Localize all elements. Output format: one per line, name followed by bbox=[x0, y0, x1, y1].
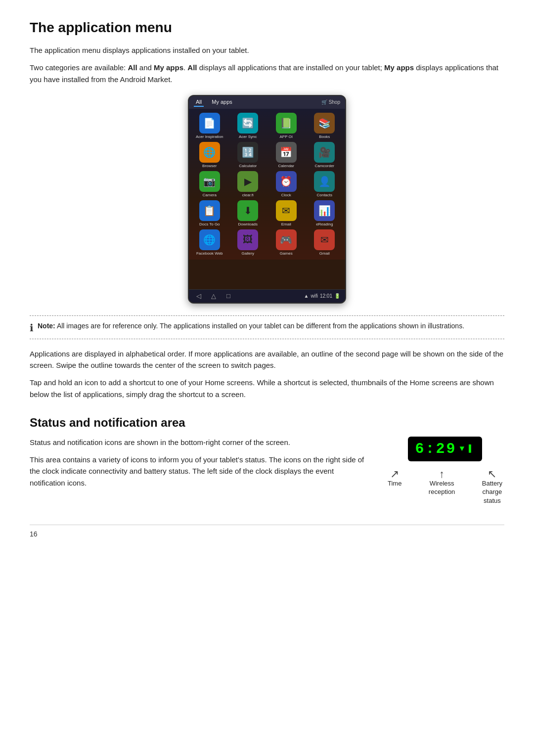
app-icon-appoi: 📗 APP OI bbox=[268, 113, 304, 139]
nav-icons: ◁ △ □ bbox=[194, 292, 233, 300]
app-label-games: Games bbox=[280, 251, 293, 256]
app-label-ereading: eReading bbox=[316, 222, 333, 226]
app-img-games: 🎮 bbox=[276, 229, 297, 250]
battery-icon: 🔋 bbox=[334, 293, 340, 299]
app-label-inspiration: Acer Inspiration bbox=[196, 134, 223, 139]
app-icon-contacts: 👤 Contacts bbox=[307, 171, 343, 197]
app-icon-gallery: 🖼 Gallery bbox=[230, 229, 266, 256]
nav-home-icon: △ bbox=[209, 292, 219, 300]
note-text: Note: All images are for reference only.… bbox=[38, 321, 464, 331]
app-label-browser: Browser bbox=[202, 164, 217, 168]
app-icon-clearfi: ▶ clear.fi bbox=[230, 171, 266, 197]
app-label-books: Books bbox=[319, 134, 330, 139]
note-body: All images are for reference only. The a… bbox=[55, 322, 464, 330]
note-label: Note: bbox=[38, 322, 55, 330]
app-icon-downloads: ⬇ Downloads bbox=[230, 200, 266, 226]
page-number: 16 bbox=[30, 530, 38, 538]
annot-time-arrow: ↗ bbox=[390, 469, 399, 479]
app-img-browser: 🌐 bbox=[199, 142, 220, 163]
wifi-icon: wifi bbox=[311, 293, 318, 299]
shop-label: Shop bbox=[329, 99, 340, 105]
annot-battery-arrow: ↖ bbox=[488, 469, 496, 479]
app-icon-browser: 🌐 Browser bbox=[192, 142, 227, 168]
status-diagram: 6:29 ▼ ▌ ↗ Time ↑ Wireless reception ↖ B… bbox=[386, 437, 504, 505]
signal-icon: ▲ bbox=[304, 293, 309, 299]
app-img-sync: 🔄 bbox=[237, 113, 258, 133]
app-img-clearfi: ▶ bbox=[237, 171, 258, 192]
app-label-clock: Clock bbox=[281, 193, 291, 197]
app-label-calendar: Calendar bbox=[278, 164, 294, 168]
tab-all: All bbox=[194, 98, 204, 107]
app-img-books: 📚 bbox=[314, 113, 335, 133]
tablet-bottom-bar: ◁ △ □ ▲ wifi 12:01 🔋 bbox=[189, 289, 345, 303]
annot-battery: ↖ Battery charge status bbox=[482, 469, 502, 505]
intro-paragraph-2: Two categories are available: All and My… bbox=[30, 62, 504, 85]
app-icon-ereading: 📊 eReading bbox=[307, 200, 343, 226]
tablet-tabs: All My apps bbox=[194, 98, 234, 107]
app-label-facebook: Facebook Web bbox=[196, 251, 223, 256]
app-label-contacts: Contacts bbox=[316, 193, 332, 197]
status-text-column: Status and notification icons are shown … bbox=[30, 437, 368, 494]
app-label-gmail: Gmail bbox=[319, 251, 330, 256]
status-time: 6:29 bbox=[415, 441, 456, 457]
status-bar-display: 6:29 ▼ ▌ bbox=[408, 437, 482, 461]
nav-back-icon: ◁ bbox=[194, 292, 204, 300]
status-image-column: 6:29 ▼ ▌ ↗ Time ↑ Wireless reception ↖ B… bbox=[386, 437, 504, 505]
tablet-screenshot: All My apps 🛒 Shop 📄 Acer Inspiration 🔄 … bbox=[188, 95, 346, 304]
annot-wireless-label: Wireless reception bbox=[429, 479, 455, 496]
app-icon-docstogo: 📋 Docs To Go bbox=[192, 200, 227, 226]
tab-myapps: My apps bbox=[210, 98, 234, 107]
app-label-docstogo: Docs To Go bbox=[199, 222, 220, 226]
time-display: 12:01 bbox=[320, 293, 332, 299]
tablet-status-icons: ▲ wifi 12:01 🔋 bbox=[304, 293, 340, 299]
app-icon-facebook: 🌐 Facebook Web bbox=[192, 229, 227, 256]
app-icon-calendar: 📅 Calendar bbox=[268, 142, 304, 168]
app-label-downloads: Downloads bbox=[238, 222, 258, 226]
app-icon-books: 📚 Books bbox=[307, 113, 343, 139]
app-label-camera: Camera bbox=[203, 193, 217, 197]
status-wifi-icon: ▼ bbox=[459, 445, 466, 453]
app-icon-clock: ⏰ Clock bbox=[268, 171, 304, 197]
app-img-gallery: 🖼 bbox=[237, 229, 258, 250]
app-img-calendar: 📅 bbox=[276, 142, 297, 163]
app-label-email: Email bbox=[281, 222, 291, 226]
para-alphabetical: Applications are displayed in alphabetic… bbox=[30, 348, 504, 371]
app-label-gallery: Gallery bbox=[242, 251, 254, 256]
shop-icon: 🛒 bbox=[321, 99, 327, 105]
app-img-gmail: ✉ bbox=[314, 229, 335, 250]
status-para2: This area contains a variety of icons to… bbox=[30, 454, 368, 489]
tablet-apps-grid: 📄 Acer Inspiration 🔄 Acer Sync 📗 APP OI … bbox=[189, 109, 345, 260]
app-img-email: ✉ bbox=[276, 200, 297, 221]
app-icon-camera: 📷 Camera bbox=[192, 171, 227, 197]
app-img-appoi: 📗 bbox=[276, 113, 297, 133]
note-circle-icon: ℹ bbox=[30, 322, 34, 334]
app-label-camcorder: Camcorder bbox=[314, 164, 334, 168]
annot-time-label: Time bbox=[388, 479, 401, 488]
annot-wireless-arrow: ↑ bbox=[439, 469, 445, 479]
app-img-ereading: 📊 bbox=[314, 200, 335, 221]
app-img-inspiration: 📄 bbox=[199, 113, 220, 133]
tablet-shop: 🛒 Shop bbox=[321, 99, 340, 105]
nav-recent-icon: □ bbox=[223, 292, 233, 300]
app-img-camcorder: 🎥 bbox=[314, 142, 335, 163]
app-label-calculator: Calculator bbox=[239, 164, 257, 168]
section2-title: Status and notification area bbox=[30, 416, 504, 430]
tablet-scroll-area bbox=[189, 260, 345, 289]
status-battery-icon: ▌ bbox=[469, 445, 475, 453]
page-footer: 16 bbox=[30, 525, 504, 538]
note-box: ℹ Note: All images are for reference onl… bbox=[30, 315, 504, 339]
app-icon-camcorder: 🎥 Camcorder bbox=[307, 142, 343, 168]
app-icon-games: 🎮 Games bbox=[268, 229, 304, 256]
para-tap-hold: Tap and hold an icon to add a shortcut t… bbox=[30, 377, 504, 400]
app-img-facebook: 🌐 bbox=[199, 229, 220, 250]
annot-time: ↗ Time bbox=[388, 469, 401, 488]
app-img-clock: ⏰ bbox=[276, 171, 297, 192]
app-img-downloads: ⬇ bbox=[237, 200, 258, 221]
status-section-content: Status and notification icons are shown … bbox=[30, 437, 504, 505]
page-title: The application menu bbox=[30, 20, 504, 36]
app-img-calculator: 🔢 bbox=[237, 142, 258, 163]
app-label-clearfi: clear.fi bbox=[242, 193, 254, 197]
app-label-sync: Acer Sync bbox=[239, 134, 257, 139]
app-img-contacts: 👤 bbox=[314, 171, 335, 192]
app-icon-gmail: ✉ Gmail bbox=[307, 229, 343, 256]
